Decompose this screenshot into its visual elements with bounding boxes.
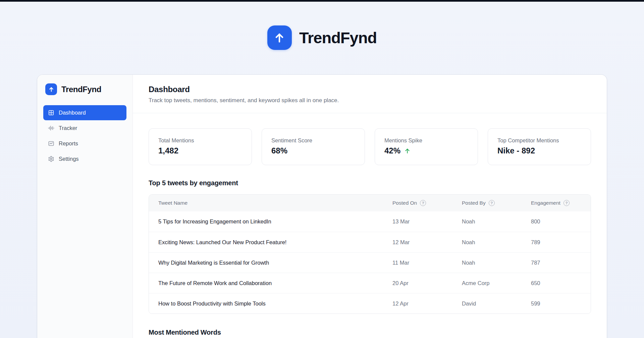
- stat-cards: Total Mentions 1,482 Sentiment Score 68%…: [149, 128, 591, 165]
- help-icon[interactable]: ?: [489, 200, 495, 206]
- dashboard-content: Total Mentions 1,482 Sentiment Score 68%…: [133, 113, 607, 336]
- trendfynd-logo-icon: [267, 25, 292, 50]
- up-arrow-icon: [273, 31, 286, 45]
- stat-card-total-mentions: Total Mentions 1,482: [149, 128, 252, 165]
- column-label: Posted On: [392, 200, 417, 206]
- column-label: Posted By: [462, 200, 486, 206]
- column-label: Tweet Name: [158, 200, 187, 206]
- stat-label: Total Mentions: [158, 137, 242, 144]
- column-header-tweet-name: Tweet Name: [149, 200, 392, 206]
- engagement-cell: 599: [531, 300, 591, 307]
- stat-value: 42%: [384, 146, 468, 155]
- sidebar-item-label: Reports: [59, 140, 78, 147]
- posted-on-cell: 13 Mar: [392, 218, 462, 225]
- stat-card-top-competitor: Top Competitor Mentions Nike - 892: [488, 128, 591, 165]
- main-area: Dashboard Track top tweets, mentions, se…: [133, 75, 607, 338]
- table-row[interactable]: How to Boost Productivity with Simple To…: [149, 293, 591, 314]
- tweet-name-cell: 5 Tips for Increasing Engagement on Link…: [149, 218, 392, 225]
- engagement-cell: 650: [531, 280, 591, 286]
- stat-value: 1,482: [158, 146, 242, 155]
- sidebar-item-label: Settings: [59, 156, 79, 162]
- posted-by-cell: Noah: [462, 260, 531, 266]
- sidebar-brand-name: TrendFynd: [61, 85, 101, 94]
- sidebar: TrendFynd Dashboard Tracker: [37, 75, 133, 338]
- tweet-name-cell: Exciting News: Launched Our New Product …: [149, 239, 392, 246]
- words-section-title: Most Mentioned Words: [149, 329, 591, 336]
- report-chart-icon: [48, 140, 54, 147]
- column-header-engagement: Engagement ?: [531, 200, 591, 206]
- tweets-table: Tweet Name Posted On ? Posted By ? Engag…: [149, 194, 591, 314]
- sidebar-brand: TrendFynd: [43, 83, 126, 95]
- hero-brand: TrendFynd: [0, 25, 644, 50]
- hero-brand-name: TrendFynd: [299, 28, 377, 47]
- help-icon[interactable]: ?: [420, 200, 426, 206]
- window-top-edge: [0, 0, 644, 2]
- sidebar-nav: Dashboard Tracker Reports: [43, 105, 126, 166]
- tweet-name-cell: Why Digital Marketing is Essential for G…: [149, 260, 392, 266]
- up-arrow-icon: [48, 86, 55, 93]
- sidebar-item-label: Tracker: [59, 125, 77, 131]
- posted-by-cell: David: [462, 300, 531, 307]
- posted-on-cell: 20 Apr: [392, 280, 462, 286]
- table-header-row: Tweet Name Posted On ? Posted By ? Engag…: [149, 195, 591, 211]
- stat-card-sentiment-score: Sentiment Score 68%: [262, 128, 365, 165]
- stat-card-mentions-spike: Mentions Spike 42%: [375, 128, 478, 165]
- engagement-cell: 789: [531, 239, 591, 246]
- trendfynd-logo-icon: [45, 83, 57, 95]
- table-row[interactable]: The Future of Remote Work and Collaborat…: [149, 273, 591, 293]
- stat-label: Sentiment Score: [271, 137, 355, 144]
- column-header-posted-on: Posted On ?: [392, 200, 462, 206]
- tweets-section-title: Top 5 tweets by engagement: [149, 179, 591, 187]
- stat-label: Top Competitor Mentions: [497, 137, 581, 144]
- sidebar-item-label: Dashboard: [59, 110, 86, 116]
- posted-on-cell: 12 Apr: [392, 300, 462, 307]
- posted-on-cell: 11 Mar: [392, 260, 462, 266]
- sidebar-item-reports[interactable]: Reports: [43, 136, 126, 151]
- column-header-posted-by: Posted By ?: [462, 200, 531, 206]
- engagement-cell: 800: [531, 218, 591, 225]
- stat-value-text: 42%: [384, 146, 400, 155]
- column-label: Engagement: [531, 200, 560, 206]
- engagement-cell: 787: [531, 260, 591, 266]
- posted-on-cell: 12 Mar: [392, 239, 462, 246]
- waveform-icon: [48, 125, 54, 131]
- tweet-name-cell: The Future of Remote Work and Collaborat…: [149, 280, 392, 286]
- page-subtitle: Track top tweets, mentions, sentiment, a…: [149, 97, 591, 104]
- sidebar-item-tracker[interactable]: Tracker: [43, 121, 126, 136]
- help-icon[interactable]: ?: [564, 200, 570, 206]
- table-row[interactable]: Why Digital Marketing is Essential for G…: [149, 252, 591, 273]
- table-row[interactable]: 5 Tips for Increasing Engagement on Link…: [149, 211, 591, 232]
- page-title: Dashboard: [149, 85, 591, 94]
- gear-icon: [48, 156, 54, 162]
- app-panel: TrendFynd Dashboard Tracker: [37, 74, 607, 338]
- posted-by-cell: Noah: [462, 239, 531, 246]
- table-row[interactable]: Exciting News: Launched Our New Product …: [149, 232, 591, 252]
- posted-by-cell: Acme Corp: [462, 280, 531, 286]
- stat-label: Mentions Spike: [384, 137, 468, 144]
- trend-up-arrow-icon: [404, 147, 411, 154]
- grid-icon: [48, 110, 54, 116]
- sidebar-item-dashboard[interactable]: Dashboard: [43, 105, 126, 120]
- stat-value: Nike - 892: [497, 146, 581, 155]
- stat-value: 68%: [271, 146, 355, 155]
- sidebar-item-settings[interactable]: Settings: [43, 151, 126, 166]
- page-header: Dashboard Track top tweets, mentions, se…: [133, 75, 607, 113]
- posted-by-cell: Noah: [462, 218, 531, 225]
- tweet-name-cell: How to Boost Productivity with Simple To…: [149, 300, 392, 307]
